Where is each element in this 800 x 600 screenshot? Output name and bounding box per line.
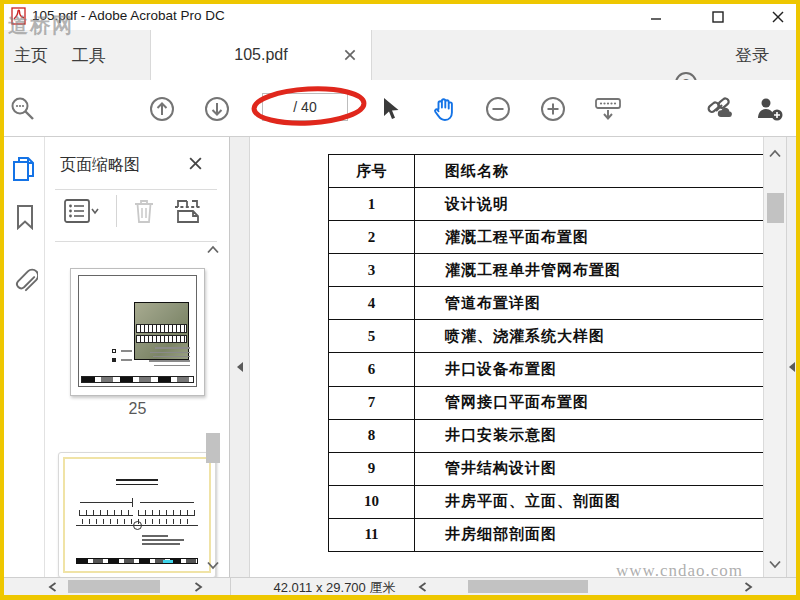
page-thumbnail-26-selected[interactable] xyxy=(58,452,216,577)
sidebar-tab-bookmarks[interactable] xyxy=(11,203,38,231)
tab-tools[interactable]: 工具 xyxy=(72,30,106,80)
panel-divider-2 xyxy=(55,241,217,242)
sheet-list-table: 序号图纸名称1设计说明2灌溉工程平面布置图3灌溉工程单井管网布置图4管道布置详图… xyxy=(328,154,763,552)
thumbnails-panel: 页面缩略图 xyxy=(45,137,230,577)
row-name-cell: 灌溉工程单井管网布置图 xyxy=(415,254,763,286)
thumbnail-26-titleblock xyxy=(76,558,198,564)
row-index-cell: 10 xyxy=(329,486,415,518)
row-index-cell: 9 xyxy=(329,453,415,485)
row-index-cell: 6 xyxy=(329,353,415,385)
row-name-cell: 管井结构设计图 xyxy=(415,453,763,485)
sidebar-tab-thumbnails[interactable] xyxy=(11,155,38,183)
doc-scroll-up[interactable] xyxy=(764,149,786,158)
table-row: 1设计说明 xyxy=(329,188,763,221)
thumb-hscrollbar-thumb[interactable] xyxy=(68,580,160,593)
acrobat-logo-icon xyxy=(11,7,27,25)
panel-toolbar-divider xyxy=(116,195,117,227)
doc-hscrollbar-thumb[interactable] xyxy=(468,580,588,593)
row-index-cell: 1 xyxy=(329,188,415,220)
row-name-cell: 设计说明 xyxy=(415,188,763,220)
document-tab[interactable]: 105.pdf xyxy=(150,30,372,80)
table-row: 9管井结构设计图 xyxy=(329,453,763,486)
row-name-cell: 管网接口平面布置图 xyxy=(415,387,763,419)
bottom-bar-divider xyxy=(230,578,231,595)
collapse-right-pane-button[interactable] xyxy=(786,137,796,577)
row-name-cell: 井口安装示意图 xyxy=(415,420,763,452)
bottom-bar: 42.011 x 29.700 厘米 xyxy=(4,577,796,595)
acrobat-window: 105.pdf - Adobe Acrobat Pro DC 主页 工具 105… xyxy=(4,4,796,595)
row-name-cell: 灌溉工程平面布置图 xyxy=(415,221,763,253)
collapse-right-arrow-icon xyxy=(788,361,796,373)
thumb-hscroll-left[interactable] xyxy=(48,581,57,593)
thumbnail-26-page xyxy=(72,463,202,568)
sidebar-tab-attachments[interactable] xyxy=(11,267,38,295)
thumb-panel-scroll-down[interactable] xyxy=(205,561,221,570)
row-name-cell: 井房细部剖面图 xyxy=(415,519,763,551)
tab-bar: 主页 工具 105.pdf ? 登录 xyxy=(4,30,796,80)
panel-divider xyxy=(55,189,217,190)
table-row: 11井房细部剖面图 xyxy=(329,519,763,552)
page-size-label: 42.011 x 29.700 厘米 xyxy=(252,579,417,595)
header-name-cell: 图纸名称 xyxy=(415,155,763,187)
tab-home[interactable]: 主页 xyxy=(14,30,48,80)
extract-pages-button[interactable] xyxy=(173,197,203,225)
doc-scrollbar-thumb[interactable] xyxy=(767,193,784,223)
row-index-cell: 8 xyxy=(329,420,415,452)
thumbnail-25-page xyxy=(78,275,197,387)
collapse-panel-button[interactable] xyxy=(230,137,250,577)
minimize-button[interactable] xyxy=(640,4,672,30)
zoom-in-button[interactable] xyxy=(538,94,568,124)
table-header-row: 序号图纸名称 xyxy=(329,155,763,188)
sign-in-button[interactable]: 登录 xyxy=(735,30,769,80)
row-index-cell: 4 xyxy=(329,287,415,319)
hand-tool-button[interactable] xyxy=(428,94,458,124)
title-bar: 105.pdf - Adobe Acrobat Pro DC xyxy=(4,4,796,30)
table-row: 5喷灌、浇灌系统大样图 xyxy=(329,320,763,353)
thumb-hscroll-right[interactable] xyxy=(194,581,203,593)
table-row: 10井房平面、立面、剖面图 xyxy=(329,486,763,519)
table-row: 7管网接口平面布置图 xyxy=(329,387,763,420)
page-total-label: / 40 xyxy=(293,99,316,115)
doc-hscroll-right[interactable] xyxy=(744,581,753,593)
maximize-button[interactable] xyxy=(702,4,734,30)
table-row: 2灌溉工程平面布置图 xyxy=(329,221,763,254)
row-name-cell: 管道布置详图 xyxy=(415,287,763,319)
page-thumbnail-label: 25 xyxy=(70,400,205,418)
doc-scroll-down[interactable] xyxy=(764,560,786,569)
share-person-icon[interactable] xyxy=(754,94,784,124)
next-page-button[interactable] xyxy=(202,94,232,124)
thumbnail-26-notes xyxy=(142,535,189,547)
row-name-cell: 井房平面、立面、剖面图 xyxy=(415,486,763,518)
thumb-panel-scroll-up[interactable] xyxy=(205,245,221,254)
document-page: 序号图纸名称1设计说明2灌溉工程平面布置图3灌溉工程单井管网布置图4管道布置详图… xyxy=(250,137,763,577)
table-row: 4管道布置详图 xyxy=(329,287,763,320)
table-row: 6井口设备布置图 xyxy=(329,353,763,386)
collapse-left-arrow-icon xyxy=(236,361,244,373)
document-vertical-scrollbar[interactable] xyxy=(763,137,786,577)
thumbnails-options-button[interactable] xyxy=(63,197,99,225)
delete-pages-button[interactable] xyxy=(131,197,157,225)
close-button[interactable] xyxy=(762,4,794,30)
document-tab-label: 105.pdf xyxy=(234,46,287,64)
table-row: 3灌溉工程单井管网布置图 xyxy=(329,254,763,287)
page-display-icon[interactable] xyxy=(593,94,623,124)
main-toolbar: / 40 xyxy=(4,80,796,137)
row-name-cell: 喷灌、浇灌系统大样图 xyxy=(415,320,763,352)
share-link-icon[interactable] xyxy=(704,94,734,124)
doc-hscroll-left[interactable] xyxy=(418,581,427,593)
window-title: 105.pdf - Adobe Acrobat Pro DC xyxy=(32,8,225,23)
row-index-cell: 2 xyxy=(329,221,415,253)
tab-close-icon[interactable] xyxy=(343,48,357,62)
thumbnail-25-titleblock xyxy=(81,376,193,383)
header-index-cell: 序号 xyxy=(329,155,415,187)
page-thumbnail-25[interactable] xyxy=(70,268,205,396)
previous-page-button[interactable] xyxy=(147,94,177,124)
thumb-panel-scrollbar-thumb[interactable] xyxy=(206,433,220,463)
row-index-cell: 11 xyxy=(329,519,415,551)
select-tool-button[interactable] xyxy=(375,94,405,124)
table-row: 8井口安装示意图 xyxy=(329,420,763,453)
panel-close-icon[interactable] xyxy=(188,156,203,171)
search-icon[interactable] xyxy=(7,94,37,124)
page-number-input[interactable]: / 40 xyxy=(262,93,348,121)
zoom-out-button[interactable] xyxy=(483,94,513,124)
